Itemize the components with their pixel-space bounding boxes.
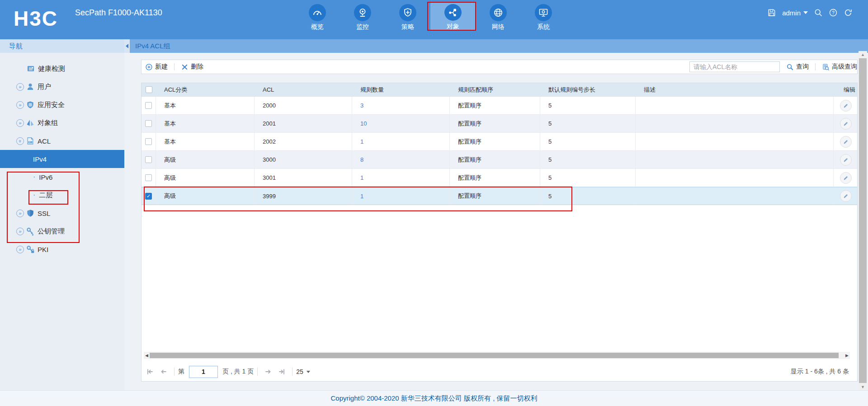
rule-count-link[interactable]: 1 — [360, 193, 363, 200]
edit-button[interactable] — [840, 190, 852, 202]
last-page-icon[interactable] — [278, 368, 286, 376]
sidebar-item-label: SSL — [38, 210, 50, 217]
prev-page-icon[interactable] — [160, 368, 168, 376]
page-size-select[interactable]: 25 — [296, 368, 310, 375]
select-all-checkbox[interactable] — [146, 86, 152, 93]
first-page-icon[interactable] — [146, 368, 154, 376]
sidebar-item-app-security[interactable]: »应用安全 — [0, 96, 124, 114]
cell-rule-count: 3 — [352, 97, 450, 114]
logout-icon[interactable] — [844, 8, 853, 17]
advanced-query-button[interactable]: 高级查询 — [819, 63, 857, 71]
advanced-query-icon — [822, 63, 830, 71]
cell-acl-number: 2002 — [255, 133, 352, 150]
top-nav-item-policy[interactable]: 策略 — [385, 2, 430, 37]
rule-count-link[interactable]: 1 — [360, 174, 363, 181]
chevron-circle-right-icon[interactable]: » — [16, 246, 24, 253]
sidebar-item-label: 二层 — [39, 191, 52, 200]
row-checkbox[interactable] — [145, 174, 152, 181]
sidebar-item-layer2[interactable]: ·二层 — [0, 186, 124, 204]
sidebar-item-public-key[interactable]: »公钥管理 — [0, 222, 124, 240]
scroll-down-icon[interactable]: ▼ — [859, 383, 867, 390]
rule-count-link[interactable]: 3 — [360, 102, 363, 109]
top-nav-item-system[interactable]: 系统 — [521, 2, 566, 37]
edit-button[interactable] — [840, 118, 852, 130]
cell-edit — [834, 97, 858, 114]
chevron-circle-right-icon[interactable]: » — [16, 101, 24, 109]
new-button[interactable]: 新建 — [142, 63, 170, 71]
acl-icon: ACL — [26, 136, 35, 145]
sidebar-item-object-group[interactable]: »对象组 — [0, 114, 124, 132]
table-row-acl-2001[interactable]: 基本200110配置顺序5 — [142, 115, 857, 133]
top-nav-item-network[interactable]: 网络 — [476, 2, 521, 37]
sidebar-collapse-button[interactable] — [124, 39, 130, 53]
cell-acl-number: 2000 — [255, 97, 352, 114]
row-checkbox[interactable] — [145, 120, 152, 127]
row-checkbox[interactable]: ✓ — [145, 193, 152, 200]
next-page-icon[interactable] — [264, 368, 272, 376]
chevron-circle-down-icon[interactable]: » — [16, 137, 24, 145]
sidebar-item-ssl[interactable]: »SSL — [0, 204, 124, 222]
chevron-circle-right-icon[interactable]: » — [16, 83, 24, 91]
network-icon — [490, 4, 507, 21]
top-nav-item-monitor[interactable]: 监控 — [340, 2, 385, 37]
cell-match-order: 配置顺序 — [450, 187, 540, 205]
chevron-circle-right-icon[interactable]: » — [16, 119, 24, 127]
caret-down-icon — [307, 371, 310, 373]
top-nav-label: 监控 — [356, 23, 369, 31]
table-row-acl-2000[interactable]: 基本20003配置顺序5 — [142, 97, 857, 115]
acl-search-input[interactable] — [689, 61, 780, 72]
top-nav-label: 概览 — [311, 23, 324, 31]
public-key-icon — [26, 227, 35, 236]
column-header: 描述 — [636, 83, 834, 96]
scroll-left-icon[interactable]: ◀ — [144, 352, 150, 359]
horizontal-scrollbar: ◀ ▶ — [144, 352, 850, 359]
top-nav-item-overview[interactable]: 概览 — [295, 2, 340, 37]
top-nav-item-objects[interactable]: 对象 — [430, 2, 476, 31]
vertical-scroll-thumb[interactable] — [859, 58, 867, 383]
page-number-input[interactable] — [189, 366, 218, 378]
help-icon[interactable]: ? — [829, 8, 838, 17]
cell-description — [636, 97, 834, 114]
sidebar-title: 导航 — [0, 39, 124, 53]
bullet-icon: · — [33, 191, 35, 199]
sidebar-item-health-check[interactable]: 健康检测 — [0, 60, 124, 78]
delete-button[interactable]: 删除 — [178, 63, 206, 71]
chevron-circle-right-icon[interactable]: » — [16, 210, 24, 217]
rule-count-link[interactable]: 1 — [360, 138, 363, 145]
edit-button[interactable] — [840, 136, 852, 148]
save-icon[interactable] — [767, 8, 776, 17]
query-button[interactable]: 查询 — [783, 63, 811, 71]
user-menu[interactable]: admin — [782, 9, 808, 17]
rule-count-link[interactable]: 10 — [360, 120, 367, 127]
sidebar-item-user[interactable]: »用户 — [0, 78, 124, 96]
search-icon[interactable] — [814, 8, 823, 17]
table-row-acl-3000[interactable]: 高级30008配置顺序5 — [142, 151, 857, 169]
magnifier-icon — [786, 63, 794, 71]
edit-button[interactable] — [840, 100, 852, 112]
sidebar: 导航 健康检测»用户»应用安全»对象组»ACLACLIPv4·IPv6·二层»S… — [0, 39, 124, 390]
edit-button[interactable] — [840, 172, 852, 184]
row-checkbox[interactable] — [145, 102, 152, 109]
cell-edit — [834, 133, 858, 150]
plus-circle-icon — [145, 63, 153, 71]
app-security-icon — [26, 100, 35, 109]
table-row-acl-2002[interactable]: 基本20021配置顺序5 — [142, 133, 857, 151]
sidebar-item-acl[interactable]: »ACLACL — [0, 132, 124, 150]
health-check-icon — [26, 64, 35, 73]
scroll-up-icon[interactable]: ▲ — [859, 51, 867, 58]
table-row-acl-3999[interactable]: ✓高级39991配置顺序5 — [142, 187, 857, 205]
row-checkbox[interactable] — [145, 156, 152, 163]
edit-button[interactable] — [840, 154, 852, 166]
scroll-right-icon[interactable]: ▶ — [844, 352, 850, 359]
table-row-acl-3001[interactable]: 高级30011配置顺序5 — [142, 169, 857, 187]
sidebar-item-ipv4[interactable]: IPv4 — [0, 150, 124, 168]
collapse-left-icon — [126, 44, 128, 48]
column-header: 编辑 — [834, 83, 858, 96]
horizontal-scroll-thumb[interactable] — [150, 353, 839, 358]
rule-count-link[interactable]: 8 — [360, 156, 363, 163]
row-checkbox[interactable] — [145, 138, 152, 145]
acl-table-panel: ACL分类ACL规则数量规则匹配顺序默认规则编号步长描述编辑 基本20003配置… — [141, 83, 858, 382]
sidebar-item-pki[interactable]: »PKI — [0, 240, 124, 258]
sidebar-item-ipv6[interactable]: ·IPv6 — [0, 168, 124, 186]
chevron-circle-right-icon[interactable]: » — [16, 228, 24, 235]
